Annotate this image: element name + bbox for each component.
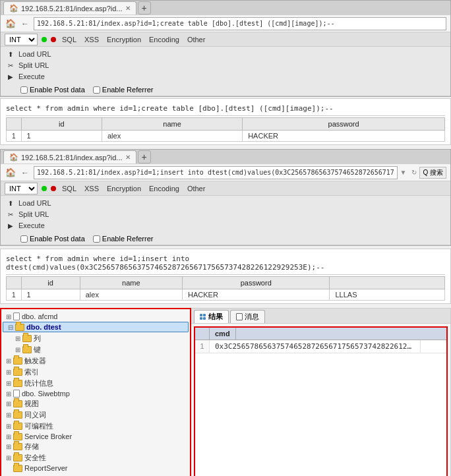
method-select-2[interactable]: INT (5, 183, 38, 194)
messages-doc-icon (236, 313, 243, 320)
tree-item-prog[interactable]: ⊞ 可编程性 (1, 421, 190, 432)
new-tab-btn-2[interactable]: + (138, 150, 151, 164)
tree-expand-prog[interactable]: ⊞ (4, 423, 13, 430)
toolbar-encryption-2[interactable]: Encryption (105, 185, 143, 193)
browser-tab-2[interactable]: 🏠 192.168.5.21:81/index.asp?id... ✕ (3, 150, 136, 164)
status-dot-red-2 (51, 186, 56, 191)
tree-expand-dtest[interactable]: ⊟ (6, 324, 15, 331)
tree-expand-trigger[interactable]: ⊞ (4, 357, 13, 365)
tree-expand-key[interactable]: ⊞ (13, 346, 22, 353)
tree-expand-service[interactable]: ⊞ (4, 433, 13, 440)
cell-id-2-1: 1 (21, 289, 80, 301)
toolbar-encoding-2[interactable]: Encoding (147, 185, 181, 193)
tab-messages[interactable]: 消息 (230, 310, 265, 323)
back-btn-1[interactable]: ← (19, 18, 31, 30)
tree-label-trigger: 触发器 (24, 356, 46, 366)
enable-post-label-2[interactable]: Enable Post data (20, 235, 85, 243)
toolbar-sql-1[interactable]: SQL (60, 36, 78, 44)
tree-expand-col[interactable]: ⊞ (13, 335, 22, 342)
tree-expand-synonym[interactable]: ⊞ (4, 411, 13, 419)
address-input-1[interactable] (34, 17, 446, 30)
tree-expand-index[interactable]: ⊞ (4, 369, 13, 376)
result-grid-rownum-1: 1 (195, 340, 210, 353)
browser-tab-1[interactable]: 🏠 192.168.5.21:81/index.asp?id... ✕ (3, 1, 136, 15)
tree-label-dtest: dbo. dtest (26, 323, 61, 331)
refresh-icon-2[interactable]: ↻ (411, 169, 417, 176)
split-url-label-1: Split URL (18, 61, 49, 69)
new-tab-btn-1[interactable]: + (138, 1, 151, 15)
tree-label-prog: 可编程性 (24, 421, 53, 431)
enable-post-checkbox-2[interactable] (20, 235, 28, 243)
tree-expand-security[interactable]: ⊞ (4, 454, 13, 461)
tree-item-security[interactable]: ⊞ 安全性 (1, 452, 190, 463)
tree-item-afcmd[interactable]: ⊞ dbo. afcmd (1, 312, 190, 321)
tree-doc-icon-siwebtmp (13, 390, 20, 398)
execute-icon-2: ▶ (6, 221, 15, 230)
tree-expand-storage[interactable]: ⊞ (4, 443, 13, 450)
load-url-label-2: Load URL (18, 199, 51, 207)
row-num-header-2 (7, 277, 22, 289)
tree-label-storage: 存储 (24, 442, 39, 452)
toolbar-encryption-1[interactable]: Encryption (105, 36, 143, 44)
tree-item-service[interactable]: ⊞ Service Broker (1, 432, 190, 441)
tree-item-key[interactable]: ⊞ 键 (1, 344, 190, 355)
col-header-name-1: name (102, 118, 242, 131)
toolbar-sql-2[interactable]: SQL (60, 185, 78, 193)
home-btn-1[interactable]: 🏠 (5, 18, 16, 30)
tree-item-storage[interactable]: ⊞ 存储 (1, 441, 190, 452)
toolbar-encoding-1[interactable]: Encoding (147, 36, 181, 44)
load-url-item-2[interactable]: ⬆ Load URL (6, 198, 445, 208)
method-select-1[interactable]: INT (5, 34, 38, 45)
split-url-item-1[interactable]: ✂ Split URL (6, 60, 445, 71)
tree-label-index: 索引 (24, 367, 39, 377)
enable-referrer-checkbox-2[interactable] (93, 235, 100, 243)
table-row-2-1: 1 1 alex HACKER LLLAS (7, 289, 445, 301)
row-num-header-1 (7, 118, 22, 131)
address-input-2[interactable] (34, 166, 398, 179)
back-btn-2[interactable]: ← (19, 167, 31, 179)
execute-item-1[interactable]: ▶ Execute (6, 71, 445, 82)
tree-item-index[interactable]: ⊞ 索引 (1, 367, 190, 378)
tree-item-trigger[interactable]: ⊞ 触发器 (1, 355, 190, 367)
toolbar-other-2[interactable]: Other (185, 185, 208, 193)
enable-referrer-label-2[interactable]: Enable Referrer (93, 235, 154, 243)
options-bar-2: Enable Post data Enable Referrer (1, 233, 450, 245)
tree-folder-icon-security (13, 454, 22, 461)
home-btn-2[interactable]: 🏠 (5, 167, 16, 179)
enable-post-label-1[interactable]: Enable Post data (20, 86, 85, 94)
status-dot-green-2 (42, 186, 47, 191)
tab-close-1[interactable]: ✕ (125, 5, 131, 12)
toolbar-xss-1[interactable]: XSS (82, 36, 101, 44)
execute-item-2[interactable]: ▶ Execute (6, 220, 445, 231)
tree-item-siwebtmp[interactable]: ⊞ dbo. Siwebtmp (1, 389, 190, 398)
enable-referrer-checkbox-1[interactable] (93, 86, 100, 94)
enable-post-checkbox-1[interactable] (20, 86, 28, 94)
tree-expand-afcmd[interactable]: ⊞ (4, 313, 13, 320)
load-url-item-1[interactable]: ⬆ Load URL (6, 49, 445, 59)
cell-id-1-1: 1 (21, 131, 102, 142)
tree-item-stats[interactable]: ⊞ 统计信息 (1, 378, 190, 389)
tree-folder-icon-index (13, 369, 22, 376)
execute-icon-1: ▶ (6, 72, 15, 81)
tab-results[interactable]: 结果 (194, 310, 229, 323)
tree-folder-icon-reportserver (13, 465, 22, 472)
toolbar-xss-2[interactable]: XSS (82, 185, 101, 193)
tree-item-dtest[interactable]: ⊟ dbo. dtest (3, 322, 189, 332)
search-btn-2[interactable]: Q 搜索 (419, 167, 446, 179)
tree-expand-stats[interactable]: ⊞ (4, 380, 13, 387)
tree-expand-view[interactable]: ⊞ (4, 400, 13, 407)
tree-doc-icon-afcmd (13, 312, 20, 320)
tree-label-col: 列 (34, 334, 41, 343)
tree-expand-siwebtmp[interactable]: ⊞ (4, 390, 13, 398)
tree-item-synonym[interactable]: ⊞ 同义词 (1, 409, 190, 421)
split-url-item-2[interactable]: ✂ Split URL (6, 209, 445, 220)
tree-item-reportserver[interactable]: ReportServer (1, 463, 190, 473)
tab-close-2[interactable]: ✕ (125, 154, 131, 161)
split-url-icon-1: ✂ (6, 61, 15, 70)
tab-title-2: 192.168.5.21:81/index.asp?id... (21, 154, 123, 162)
tree-item-col[interactable]: ⊞ 列 (1, 333, 190, 344)
toolbar-other-1[interactable]: Other (185, 36, 208, 44)
tree-item-view[interactable]: ⊞ 视图 (1, 398, 190, 409)
cell-name-2-1: alex (80, 289, 182, 301)
enable-referrer-label-1[interactable]: Enable Referrer (93, 86, 154, 94)
